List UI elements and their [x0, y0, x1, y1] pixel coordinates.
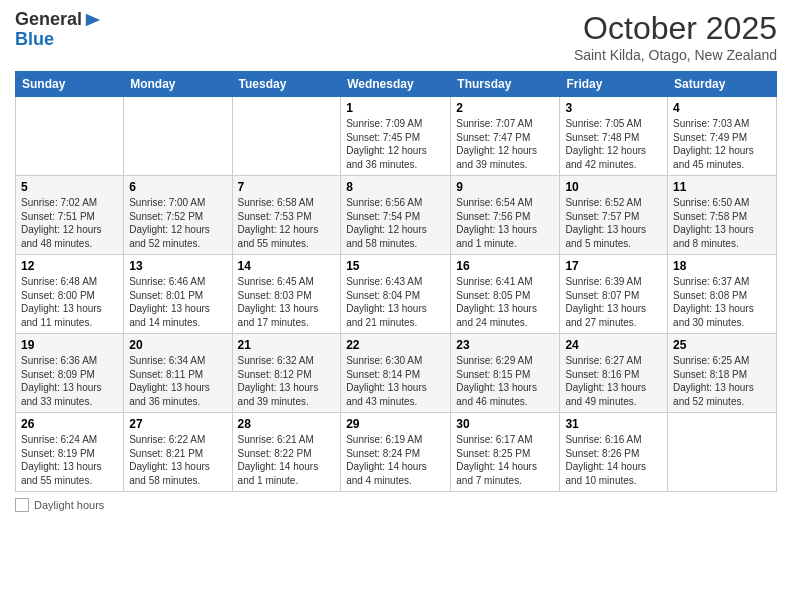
location: Saint Kilda, Otago, New Zealand: [574, 47, 777, 63]
day-number: 20: [129, 338, 226, 352]
calendar-cell: 8Sunrise: 6:56 AM Sunset: 7:54 PM Daylig…: [341, 176, 451, 255]
calendar-cell: 26Sunrise: 6:24 AM Sunset: 8:19 PM Dayli…: [16, 413, 124, 492]
calendar-cell: 7Sunrise: 6:58 AM Sunset: 7:53 PM Daylig…: [232, 176, 341, 255]
calendar-cell: 6Sunrise: 7:00 AM Sunset: 7:52 PM Daylig…: [124, 176, 232, 255]
day-number: 18: [673, 259, 771, 273]
title-block: October 2025 Saint Kilda, Otago, New Zea…: [574, 10, 777, 63]
calendar-cell: 9Sunrise: 6:54 AM Sunset: 7:56 PM Daylig…: [451, 176, 560, 255]
weekday-header-sunday: Sunday: [16, 72, 124, 97]
day-number: 15: [346, 259, 445, 273]
weekday-header-friday: Friday: [560, 72, 668, 97]
calendar-cell: [668, 413, 777, 492]
day-number: 16: [456, 259, 554, 273]
day-number: 5: [21, 180, 118, 194]
day-number: 3: [565, 101, 662, 115]
day-info: Sunrise: 6:32 AM Sunset: 8:12 PM Dayligh…: [238, 354, 336, 408]
day-number: 8: [346, 180, 445, 194]
daylight-box: [15, 498, 29, 512]
calendar-table: SundayMondayTuesdayWednesdayThursdayFrid…: [15, 71, 777, 492]
day-info: Sunrise: 6:52 AM Sunset: 7:57 PM Dayligh…: [565, 196, 662, 250]
calendar-cell: 21Sunrise: 6:32 AM Sunset: 8:12 PM Dayli…: [232, 334, 341, 413]
day-info: Sunrise: 6:21 AM Sunset: 8:22 PM Dayligh…: [238, 433, 336, 487]
calendar-cell: 25Sunrise: 6:25 AM Sunset: 8:18 PM Dayli…: [668, 334, 777, 413]
day-number: 26: [21, 417, 118, 431]
day-number: 28: [238, 417, 336, 431]
day-info: Sunrise: 6:48 AM Sunset: 8:00 PM Dayligh…: [21, 275, 118, 329]
calendar-cell: 3Sunrise: 7:05 AM Sunset: 7:48 PM Daylig…: [560, 97, 668, 176]
calendar-cell: [16, 97, 124, 176]
day-info: Sunrise: 6:19 AM Sunset: 8:24 PM Dayligh…: [346, 433, 445, 487]
day-number: 24: [565, 338, 662, 352]
weekday-header-thursday: Thursday: [451, 72, 560, 97]
day-number: 27: [129, 417, 226, 431]
svg-marker-0: [86, 14, 100, 27]
calendar-cell: [124, 97, 232, 176]
week-row-4: 19Sunrise: 6:36 AM Sunset: 8:09 PM Dayli…: [16, 334, 777, 413]
day-number: 23: [456, 338, 554, 352]
calendar-cell: 20Sunrise: 6:34 AM Sunset: 8:11 PM Dayli…: [124, 334, 232, 413]
day-info: Sunrise: 6:36 AM Sunset: 8:09 PM Dayligh…: [21, 354, 118, 408]
week-row-1: 1Sunrise: 7:09 AM Sunset: 7:45 PM Daylig…: [16, 97, 777, 176]
week-row-3: 12Sunrise: 6:48 AM Sunset: 8:00 PM Dayli…: [16, 255, 777, 334]
day-info: Sunrise: 6:56 AM Sunset: 7:54 PM Dayligh…: [346, 196, 445, 250]
calendar-cell: 23Sunrise: 6:29 AM Sunset: 8:15 PM Dayli…: [451, 334, 560, 413]
calendar-cell: 2Sunrise: 7:07 AM Sunset: 7:47 PM Daylig…: [451, 97, 560, 176]
day-number: 14: [238, 259, 336, 273]
calendar-cell: 29Sunrise: 6:19 AM Sunset: 8:24 PM Dayli…: [341, 413, 451, 492]
day-info: Sunrise: 7:02 AM Sunset: 7:51 PM Dayligh…: [21, 196, 118, 250]
day-info: Sunrise: 6:24 AM Sunset: 8:19 PM Dayligh…: [21, 433, 118, 487]
weekday-header-row: SundayMondayTuesdayWednesdayThursdayFrid…: [16, 72, 777, 97]
calendar-cell: 31Sunrise: 6:16 AM Sunset: 8:26 PM Dayli…: [560, 413, 668, 492]
day-info: Sunrise: 6:43 AM Sunset: 8:04 PM Dayligh…: [346, 275, 445, 329]
calendar-cell: 28Sunrise: 6:21 AM Sunset: 8:22 PM Dayli…: [232, 413, 341, 492]
daylight-label: Daylight hours: [34, 499, 104, 511]
weekday-header-wednesday: Wednesday: [341, 72, 451, 97]
day-info: Sunrise: 6:41 AM Sunset: 8:05 PM Dayligh…: [456, 275, 554, 329]
day-info: Sunrise: 6:17 AM Sunset: 8:25 PM Dayligh…: [456, 433, 554, 487]
day-number: 11: [673, 180, 771, 194]
day-number: 6: [129, 180, 226, 194]
calendar-cell: 14Sunrise: 6:45 AM Sunset: 8:03 PM Dayli…: [232, 255, 341, 334]
calendar-cell: 12Sunrise: 6:48 AM Sunset: 8:00 PM Dayli…: [16, 255, 124, 334]
day-info: Sunrise: 6:58 AM Sunset: 7:53 PM Dayligh…: [238, 196, 336, 250]
logo-general: General: [15, 10, 82, 30]
day-info: Sunrise: 6:45 AM Sunset: 8:03 PM Dayligh…: [238, 275, 336, 329]
calendar-cell: 1Sunrise: 7:09 AM Sunset: 7:45 PM Daylig…: [341, 97, 451, 176]
calendar-cell: 4Sunrise: 7:03 AM Sunset: 7:49 PM Daylig…: [668, 97, 777, 176]
day-info: Sunrise: 7:05 AM Sunset: 7:48 PM Dayligh…: [565, 117, 662, 171]
week-row-2: 5Sunrise: 7:02 AM Sunset: 7:51 PM Daylig…: [16, 176, 777, 255]
weekday-header-monday: Monday: [124, 72, 232, 97]
day-info: Sunrise: 7:03 AM Sunset: 7:49 PM Dayligh…: [673, 117, 771, 171]
day-info: Sunrise: 6:29 AM Sunset: 8:15 PM Dayligh…: [456, 354, 554, 408]
calendar-cell: 11Sunrise: 6:50 AM Sunset: 7:58 PM Dayli…: [668, 176, 777, 255]
calendar-cell: 22Sunrise: 6:30 AM Sunset: 8:14 PM Dayli…: [341, 334, 451, 413]
day-number: 12: [21, 259, 118, 273]
day-info: Sunrise: 6:25 AM Sunset: 8:18 PM Dayligh…: [673, 354, 771, 408]
day-info: Sunrise: 6:37 AM Sunset: 8:08 PM Dayligh…: [673, 275, 771, 329]
day-info: Sunrise: 6:34 AM Sunset: 8:11 PM Dayligh…: [129, 354, 226, 408]
day-number: 25: [673, 338, 771, 352]
day-number: 9: [456, 180, 554, 194]
calendar-cell: 19Sunrise: 6:36 AM Sunset: 8:09 PM Dayli…: [16, 334, 124, 413]
calendar-cell: 18Sunrise: 6:37 AM Sunset: 8:08 PM Dayli…: [668, 255, 777, 334]
day-number: 1: [346, 101, 445, 115]
logo-flag-icon: [84, 11, 102, 29]
calendar-cell: 17Sunrise: 6:39 AM Sunset: 8:07 PM Dayli…: [560, 255, 668, 334]
day-info: Sunrise: 6:16 AM Sunset: 8:26 PM Dayligh…: [565, 433, 662, 487]
day-number: 31: [565, 417, 662, 431]
calendar-cell: 5Sunrise: 7:02 AM Sunset: 7:51 PM Daylig…: [16, 176, 124, 255]
day-number: 21: [238, 338, 336, 352]
calendar-cell: 10Sunrise: 6:52 AM Sunset: 7:57 PM Dayli…: [560, 176, 668, 255]
day-number: 7: [238, 180, 336, 194]
month-title: October 2025: [574, 10, 777, 47]
header: General Blue October 2025 Saint Kilda, O…: [15, 10, 777, 63]
logo-blue: Blue: [15, 29, 54, 49]
day-number: 4: [673, 101, 771, 115]
calendar-cell: 15Sunrise: 6:43 AM Sunset: 8:04 PM Dayli…: [341, 255, 451, 334]
day-number: 19: [21, 338, 118, 352]
day-number: 17: [565, 259, 662, 273]
calendar-cell: [232, 97, 341, 176]
calendar-cell: 16Sunrise: 6:41 AM Sunset: 8:05 PM Dayli…: [451, 255, 560, 334]
weekday-header-tuesday: Tuesday: [232, 72, 341, 97]
page: General Blue October 2025 Saint Kilda, O…: [0, 0, 792, 612]
